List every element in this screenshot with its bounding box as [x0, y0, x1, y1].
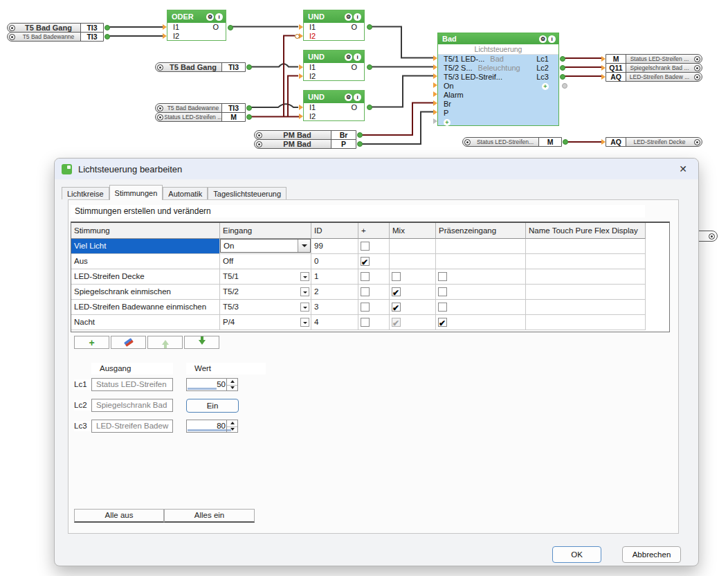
cell-id[interactable]: 3	[311, 300, 358, 315]
dropdown-button[interactable]	[300, 303, 309, 312]
col-header-stimmung[interactable]: Stimmung	[71, 223, 220, 239]
col-header-praesenzeingang[interactable]: Präsenzeingang	[436, 223, 526, 239]
input-box-status-led-streifen[interactable]: Status LED-Streifen ... M	[155, 112, 246, 122]
col-header-mix[interactable]: Mix	[390, 223, 436, 239]
input-connector[interactable]	[299, 114, 303, 119]
info-icon[interactable]: i	[215, 13, 223, 21]
input-connector[interactable]	[433, 55, 437, 61]
output-connector[interactable]	[563, 139, 568, 145]
praesenz-checkbox[interactable]: ✔	[438, 303, 447, 312]
gear-icon[interactable]: ⚙	[539, 35, 547, 43]
ok-button[interactable]: OK	[552, 546, 601, 563]
output-connector[interactable]	[228, 25, 233, 30]
table-row[interactable]: LED-Streifen Badewanne einmischen T5/3 3…	[71, 300, 669, 315]
add-row-button[interactable]: +	[74, 336, 109, 349]
input-connector[interactable]	[163, 24, 167, 30]
output-connector[interactable]	[560, 56, 565, 62]
dialog-titlebar[interactable]: Lichtsteuerung bearbeiten ✕	[55, 159, 698, 179]
output-connector[interactable]	[367, 64, 372, 70]
spin-down-icon[interactable]	[227, 426, 237, 433]
plus-checkbox[interactable]: ✔	[361, 303, 370, 312]
col-header-name-touch[interactable]: Name Touch Pure Flex Display	[526, 223, 646, 239]
info-icon[interactable]: i	[354, 93, 361, 101]
mix-checkbox[interactable]: ✔	[392, 318, 401, 327]
input-connector[interactable]	[299, 64, 303, 70]
alle-aus-button[interactable]: Alle aus	[74, 509, 164, 523]
tab-automatik[interactable]: Automatik	[163, 187, 208, 199]
output-box-led-streifen-badew[interactable]: AQ LED-Streifen Badew ...	[606, 72, 702, 82]
input-connector[interactable]	[601, 74, 606, 80]
dropdown-button[interactable]	[298, 240, 310, 252]
plus-checkbox[interactable]: ✔	[361, 242, 370, 251]
mix-checkbox[interactable]: ✔	[392, 272, 401, 281]
output-box-spiegelschrank-bad[interactable]: Q11 Spiegelschrank Bad ...	[606, 63, 702, 73]
output-connector[interactable]	[560, 74, 565, 80]
cell-name-touch[interactable]	[526, 239, 646, 254]
tab-stimmungen[interactable]: Stimmungen	[109, 185, 163, 200]
cell-stimmung[interactable]: Viel Licht	[71, 239, 220, 254]
table-row[interactable]: Aus Off 0 ✔ ✔ ✔	[71, 254, 669, 269]
cell-id[interactable]: 1	[311, 269, 358, 285]
praesenz-checkbox[interactable]: ✔	[438, 272, 447, 281]
tab-tageslichtsteuerung[interactable]: Tageslichtsteuerung	[208, 187, 286, 199]
move-down-button[interactable]	[184, 336, 219, 349]
input-box-t5-bad-gang-1[interactable]: T5 Bad Gang TI3	[7, 23, 104, 33]
table-row[interactable]: Nacht P/4 4 ✔ ✔ ✔	[71, 315, 669, 330]
ausgang-field-lc3[interactable]: LED-Streifen Badew	[91, 420, 173, 433]
output-connector[interactable]	[246, 114, 252, 120]
table-row[interactable]: LED-Streifen Decke T5/1 1 ✔ ✔ ✔	[71, 269, 669, 285]
cell-eingang[interactable]: Off	[220, 254, 311, 269]
plus-checkbox[interactable]: ✔	[361, 287, 370, 296]
input-connector[interactable]	[433, 109, 437, 115]
spinner[interactable]	[226, 379, 237, 390]
input-connector[interactable]	[601, 139, 606, 145]
input-connector[interactable]	[299, 105, 303, 110]
gear-icon[interactable]: ⚙	[345, 93, 352, 101]
block-und-3[interactable]: UND⚙i I1O I2	[303, 90, 365, 121]
wert-field-lc1[interactable]: 50	[186, 378, 238, 391]
praesenz-checkbox[interactable]: ✔	[438, 318, 447, 327]
add-input-icon[interactable]: +	[444, 119, 451, 126]
cell-stimmung[interactable]: LED-Streifen Decke	[71, 269, 220, 285]
output-connector[interactable]	[246, 64, 252, 70]
cell-name-touch[interactable]	[526, 300, 646, 315]
gear-icon[interactable]: ⚙	[345, 53, 352, 61]
cell-name-touch[interactable]	[526, 285, 646, 300]
cell-name-touch[interactable]	[526, 269, 646, 285]
input-connector[interactable]	[433, 82, 437, 88]
praesenz-checkbox[interactable]: ✔	[438, 287, 447, 296]
spin-down-icon[interactable]	[227, 385, 237, 391]
mix-checkbox[interactable]: ✔	[392, 287, 401, 296]
info-icon[interactable]: i	[354, 53, 361, 61]
output-connector[interactable]	[560, 65, 565, 71]
plus-checkbox[interactable]: ✔	[361, 272, 370, 281]
input-box-pm-bad-p[interactable]: PM Bad P	[254, 139, 356, 149]
input-connector[interactable]	[433, 91, 437, 97]
cell-stimmung[interactable]: Spiegelschrank einmischen	[71, 285, 220, 300]
cell-id[interactable]: 4	[311, 315, 358, 330]
dropdown-button[interactable]	[300, 287, 309, 296]
input-box-t5-bad-gang-2[interactable]: T5 Bad Gang TI3	[155, 62, 246, 72]
input-box-t5-bad-badewanne-2[interactable]: T5 Bad Badewanne TI3	[155, 103, 246, 113]
cell-stimmung[interactable]: Nacht	[71, 315, 220, 330]
output-connector[interactable]	[367, 24, 372, 30]
table-row[interactable]: Viel Licht On 99 ✔ ✔ ✔	[71, 239, 669, 254]
col-header-plus[interactable]: +	[358, 223, 390, 239]
output-connector[interactable]	[246, 105, 252, 111]
gear-icon[interactable]: ⚙	[206, 13, 214, 21]
move-up-button[interactable]	[147, 336, 183, 349]
cell-stimmung[interactable]: Aus	[71, 254, 220, 269]
plus-checkbox[interactable]: ✔	[361, 318, 370, 327]
close-icon[interactable]: ✕	[677, 163, 689, 174]
input-connector[interactable]	[601, 56, 606, 62]
ein-button[interactable]: Ein	[186, 399, 239, 413]
input-connector[interactable]	[299, 73, 303, 79]
input-connector[interactable]	[433, 64, 437, 70]
alles-ein-button[interactable]: Alles ein	[164, 509, 255, 523]
output-connector[interactable]	[367, 105, 372, 110]
cell-id[interactable]: 99	[311, 239, 358, 254]
input-connector[interactable]	[433, 100, 437, 106]
tab-lichtkreise[interactable]: Lichtkreise	[62, 187, 109, 199]
input-box-pm-bad-br[interactable]: PM Bad Br	[254, 130, 356, 140]
input-connector[interactable]	[299, 24, 303, 30]
